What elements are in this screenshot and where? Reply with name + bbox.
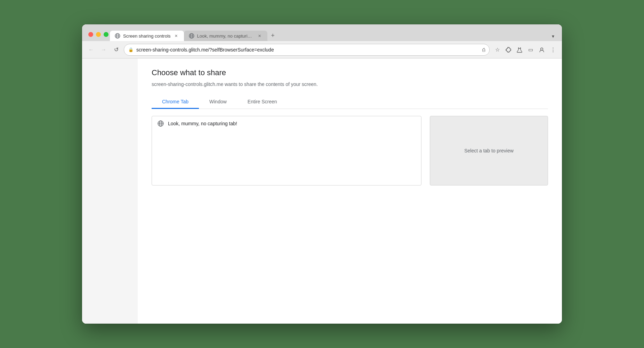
browser-window: Screen sharing controls ✕ Look, mummy, n… [82,24,562,324]
list-item[interactable]: Look, mummy, no capturing tab! [152,116,421,131]
reload-icon: ↺ [114,46,119,53]
extensions-icon[interactable] [504,45,513,55]
tab2-favicon-icon [189,33,194,39]
nav-bar: ← → ↺ 🔒 screen-sharing-controls.glitch.m… [82,41,562,58]
tab-chrome-tab[interactable]: Chrome Tab [152,95,199,109]
preview-panel: Select a tab to preview [430,116,548,185]
split-view-icon[interactable]: ▭ [526,45,536,55]
minimize-button[interactable] [96,32,101,37]
forward-icon: → [101,47,106,53]
tab2-close-icon[interactable]: ✕ [257,33,263,39]
list-item-favicon-icon [158,120,164,127]
reload-button[interactable]: ↺ [111,45,121,55]
tab-capturing[interactable]: Look, mummy, no capturing ta… ✕ [184,31,267,41]
url-text: screen-sharing-controls.glitch.me/?selfB… [136,47,480,53]
profile-icon[interactable] [537,45,547,55]
labs-icon[interactable] [515,45,524,55]
tab1-favicon-icon [115,33,120,39]
tab-strip: Screen sharing controls ✕ Look, mummy, n… [82,24,562,41]
new-tab-button[interactable]: + [267,30,279,41]
share-tabs-nav: Chrome Tab Window Entire Screen [152,95,548,109]
tab-screen-sharing[interactable]: Screen sharing controls ✕ [110,31,184,41]
lock-icon: 🔒 [128,47,134,52]
close-button[interactable] [88,32,93,37]
address-bar[interactable]: 🔒 screen-sharing-controls.glitch.me/?sel… [124,44,490,56]
page-content: Choose what to share screen-sharing-cont… [82,58,562,324]
dialog-subtitle: screen-sharing-controls.glitch.me wants … [152,81,548,87]
toolbar-icons: ☆ ▭ [492,45,558,55]
tab-content-area: Look, mummy, no capturing tab! Select a … [152,109,548,192]
tab1-title: Screen sharing controls [123,33,171,39]
tab-list: Look, mummy, no capturing tab! [152,116,421,185]
back-button[interactable]: ← [86,45,96,55]
maximize-button[interactable] [104,32,108,37]
title-bar: Screen sharing controls ✕ Look, mummy, n… [82,24,562,58]
tab-overflow-button[interactable]: ▾ [548,31,558,41]
back-icon: ← [88,47,94,53]
sidebar [82,58,138,324]
tab-window[interactable]: Window [199,95,237,109]
menu-icon[interactable]: ⋮ [548,45,558,55]
list-item-title: Look, mummy, no capturing tab! [168,121,237,126]
window-controls [88,32,108,37]
dialog-title: Choose what to share [152,68,548,77]
tab1-close-icon[interactable]: ✕ [174,33,179,39]
bookmark-icon[interactable]: ☆ [492,45,502,55]
share-page-icon[interactable]: ⎙ [482,47,485,53]
tab-entire-screen[interactable]: Entire Screen [237,95,288,109]
preview-text: Select a tab to preview [464,148,514,153]
dialog-container: Choose what to share screen-sharing-cont… [138,58,562,324]
forward-button[interactable]: → [99,45,108,55]
tab2-title: Look, mummy, no capturing ta… [197,33,254,39]
